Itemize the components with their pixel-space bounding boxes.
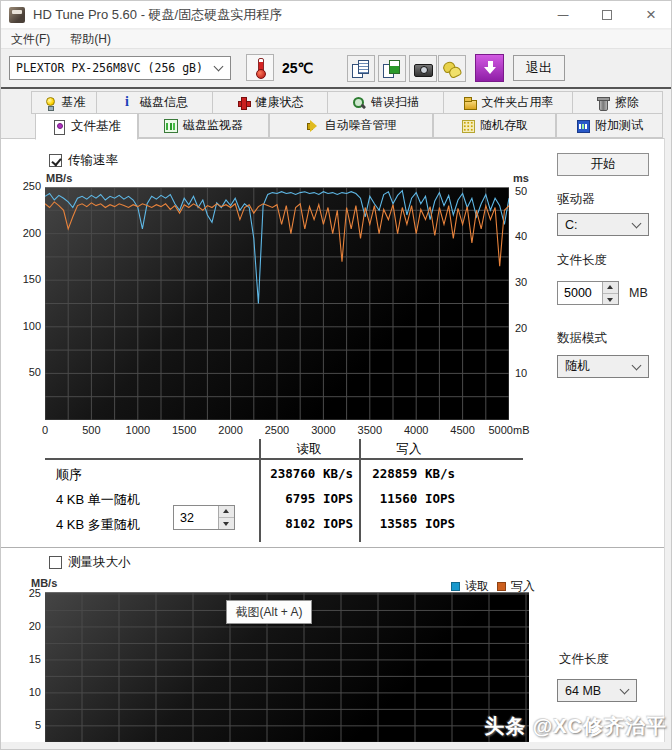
block-size-label: 测量块大小 — [68, 554, 131, 571]
watermark: 头条 @XC修齐治平 — [484, 713, 667, 740]
screenshot-hint-tooltip[interactable]: 截图(Alt + A) — [226, 600, 312, 624]
block-size-checkbox[interactable] — [49, 556, 62, 569]
copy-text-icon — [350, 58, 372, 80]
tab-random-access[interactable]: 随机存取 — [433, 113, 556, 138]
y-axis-unit-label: MB/s — [46, 172, 72, 184]
copy-text-button[interactable] — [347, 55, 375, 82]
update-button[interactable] — [475, 54, 504, 82]
axis-tick: 3000 — [301, 424, 345, 436]
maximize-icon[interactable] — [585, 1, 629, 29]
health-cross-icon — [237, 96, 251, 110]
title-bar: HD Tune Pro 5.60 - 硬盘/固态硬盘实用程序 ─ × — [1, 1, 672, 29]
queue-depth-spinner[interactable]: 32 — [173, 505, 235, 530]
file-length-value: 5000 — [558, 282, 602, 304]
axis-tick: 15 — [15, 653, 41, 665]
drive-select-value: C: — [565, 218, 578, 232]
tab-label: 附加测试 — [595, 117, 643, 134]
bar-chart-icon — [164, 119, 178, 133]
copy-image-button[interactable] — [378, 55, 406, 82]
tab-benchmark[interactable]: 基准 — [31, 91, 97, 114]
app-icon — [9, 7, 25, 23]
temperature-button[interactable] — [246, 54, 274, 81]
transfer-rate-chart — [45, 187, 509, 420]
table-header-rule — [45, 458, 523, 460]
axis-tick: 20 — [515, 322, 541, 334]
tab-label: 基准 — [62, 94, 86, 111]
menu-file[interactable]: 文件(F) — [1, 31, 60, 48]
tab-label: 文件基准 — [71, 118, 121, 135]
thermometer-icon — [250, 57, 270, 79]
data-mode-select[interactable]: 随机 — [557, 355, 649, 378]
info-icon — [121, 96, 135, 110]
drive-select[interactable]: C: — [557, 213, 649, 236]
transfer-rate-checkbox[interactable] — [49, 154, 62, 167]
file-length-unit: MB — [629, 286, 648, 300]
tab-extra-tests[interactable]: 附加测试 — [556, 113, 663, 138]
tab-disk-monitor[interactable]: 磁盘监视器 — [138, 113, 269, 138]
menu-help[interactable]: 帮助(H) — [60, 31, 121, 48]
tab-file-benchmark[interactable]: 文件基准 — [35, 113, 138, 140]
chevron-down-icon — [632, 218, 642, 228]
drive-dropdown[interactable]: PLEXTOR PX-256M8VC (256 gB) — [9, 56, 231, 80]
file-length2-label: 文件长度 — [559, 651, 609, 668]
axis-tick: 20 — [15, 620, 41, 632]
bulb-icon — [43, 96, 57, 110]
speaker-icon — [306, 119, 320, 133]
screenshot-button[interactable] — [409, 55, 437, 82]
transfer-rate-checkbox-row: 传输速率 — [49, 152, 118, 169]
temperature-value: 25℃ — [282, 60, 313, 76]
4k-single-write-value: 11560 IOPS — [335, 491, 455, 506]
axis-tick: 150 — [9, 273, 41, 285]
file-length2-value: 64 MB — [565, 684, 601, 698]
tab-bar: 基准 磁盘信息 健康状态 错误扫描 文件夹占用率 擦除 文件基准 磁盘监视器 自… — [1, 89, 672, 138]
tab-label: 自动噪音管理 — [325, 117, 397, 134]
block-size-checkbox-row: 测量块大小 — [49, 554, 131, 571]
row-4k-single-label: 4 KB 单一随机 — [56, 491, 140, 509]
file-length-label: 文件长度 — [557, 252, 607, 269]
axis-tick: 200 — [9, 227, 41, 239]
axis-tick: 5000mB — [487, 424, 531, 436]
chevron-down-icon — [214, 62, 224, 72]
axis-tick: 2500 — [255, 424, 299, 436]
spinner-down-icon[interactable] — [603, 294, 618, 305]
chevron-down-icon — [620, 684, 630, 694]
axis-tick: 10 — [515, 367, 541, 379]
tab-erase[interactable]: 擦除 — [572, 91, 663, 114]
axis-tick: 2000 — [209, 424, 253, 436]
tab-health[interactable]: 健康状态 — [212, 91, 328, 114]
file-benchmark-icon — [52, 120, 66, 134]
tab-label: 擦除 — [615, 94, 639, 111]
tab-label: 磁盘监视器 — [183, 117, 243, 134]
y2-axis-unit-label: ms — [513, 172, 529, 184]
tab-folder-usage[interactable]: 文件夹占用率 — [443, 91, 573, 114]
read-column-header: 读取 — [297, 441, 322, 458]
write-legend-swatch — [497, 582, 506, 591]
spinner-down-icon[interactable] — [219, 518, 234, 529]
axis-tick: 1000 — [116, 424, 160, 436]
tab-label: 错误扫描 — [371, 94, 419, 111]
axis-tick: 30 — [515, 276, 541, 288]
exit-button[interactable]: 退出 — [513, 55, 565, 81]
spinner-up-icon[interactable] — [603, 282, 618, 294]
write-column-header: 写入 — [397, 441, 422, 458]
tab-error-scan[interactable]: 错误扫描 — [327, 91, 444, 114]
file-length2-select[interactable]: 64 MB — [557, 679, 637, 702]
axis-tick: 0 — [23, 424, 67, 436]
axis-tick: 25 — [15, 587, 41, 599]
random-dots-icon — [461, 119, 475, 133]
close-icon[interactable]: × — [629, 1, 672, 29]
4k-multi-write-value: 13585 IOPS — [335, 516, 455, 531]
minimize-icon[interactable]: ─ — [541, 1, 585, 29]
tab-aam[interactable]: 自动噪音管理 — [269, 113, 433, 138]
donate-button[interactable] — [438, 55, 466, 82]
tab-disk-info[interactable]: 磁盘信息 — [96, 91, 213, 114]
start-button[interactable]: 开始 — [557, 153, 649, 176]
drive-label: 驱动器 — [557, 191, 595, 208]
file-length-spinner[interactable]: 5000 — [557, 281, 619, 305]
axis-tick: 500 — [69, 424, 113, 436]
data-mode-value: 随机 — [565, 358, 590, 375]
donate-hands-icon — [441, 58, 463, 80]
spinner-up-icon[interactable] — [219, 506, 234, 518]
bottom-edge-strip — [1, 742, 672, 750]
hd-tune-window: HD Tune Pro 5.60 - 硬盘/固态硬盘实用程序 ─ × 文件(F)… — [0, 0, 672, 750]
